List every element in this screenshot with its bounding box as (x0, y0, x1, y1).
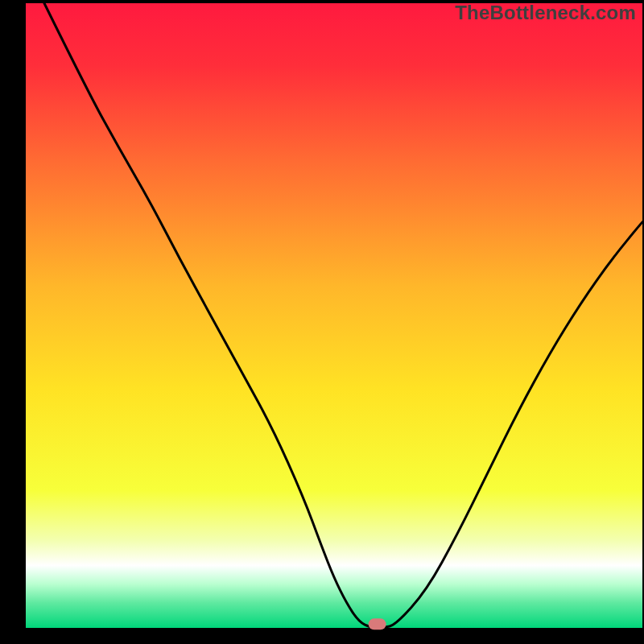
watermark-label: TheBottleneck.com (455, 2, 636, 24)
bottleneck-chart: TheBottleneck.com (0, 0, 644, 644)
chart-svg (0, 0, 644, 644)
plot-background (26, 3, 642, 628)
optimal-point-marker (369, 618, 386, 630)
